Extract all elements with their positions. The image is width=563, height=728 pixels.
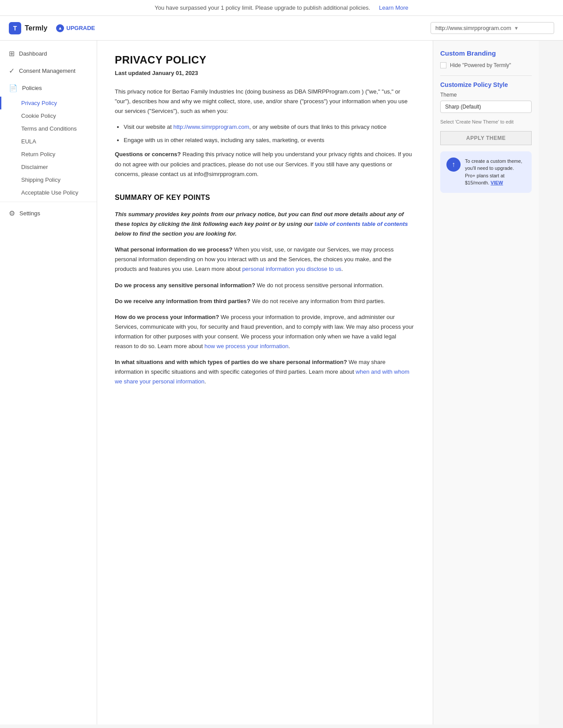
policy-body: This privacy notice for Bertao Family In…	[115, 87, 415, 387]
customize-title: Customize Policy Style	[440, 81, 532, 88]
chevron-down-icon: ▾	[515, 25, 549, 31]
sidebar-dashboard-label: Dashboard	[19, 50, 47, 57]
upgrade-card-link[interactable]: VIEW	[491, 180, 503, 185]
sidebar-item-dashboard[interactable]: ⊞ Dashboard	[0, 45, 97, 62]
sidebar-item-acceptable-use[interactable]: Acceptable Use Policy	[0, 186, 97, 199]
banner-message: You have surpassed your 1 policy limit. …	[155, 4, 370, 11]
sidebar-item-settings[interactable]: ⚙ Settings	[0, 205, 97, 222]
learn-more-link[interactable]: Learn More	[379, 4, 408, 11]
sidebar: ⊞ Dashboard ✓ Consent Management 📄 Polic…	[0, 41, 97, 724]
bullet-2: Engage with us in other related ways, in…	[124, 135, 415, 145]
sensitive-bold: Do we process any sensitive personal inf…	[115, 282, 255, 289]
summary-italic-text: This summary provides key points from ou…	[115, 211, 408, 237]
questions-bold: Questions or concerns?	[115, 151, 181, 158]
summary-italic-paragraph: This summary provides key points from ou…	[115, 210, 415, 239]
dashboard-icon: ⊞	[9, 49, 15, 58]
bullet-1: Visit our website at http://www.simrppro…	[124, 122, 415, 132]
consent-icon: ✓	[9, 67, 15, 75]
sensitive-text: We do not process sensitive personal inf…	[257, 282, 384, 289]
theme-hint: Select 'Create New Theme' to edit	[440, 118, 532, 126]
situations-bold: In what situations and with which types …	[115, 359, 347, 365]
how-process-paragraph: How do we process your information? We p…	[115, 312, 415, 351]
url-dropdown[interactable]: http://www.simrpprogram.com ▾	[431, 22, 554, 34]
how-process-link[interactable]: how we process your information	[204, 343, 288, 349]
sidebar-divider	[0, 202, 97, 202]
policy-bullets: Visit our website at http://www.simrppro…	[124, 122, 415, 145]
sensitive-paragraph: Do we process any sensitive personal inf…	[115, 281, 415, 290]
questions-paragraph: Questions or concerns? Reading this priv…	[115, 150, 415, 179]
header: T Termly ▲ UPGRADE http://www.simrpprogr…	[0, 16, 563, 41]
upgrade-card-icon: ↑	[446, 158, 461, 172]
theme-select[interactable]: Sharp (Default)	[440, 101, 532, 113]
upgrade-icon: ▲	[56, 24, 64, 32]
settings-icon: ⚙	[9, 209, 15, 218]
upgrade-label: UPGRADE	[66, 25, 95, 31]
intro-paragraph: This privacy notice for Bertao Family In…	[115, 87, 415, 116]
what-personal-paragraph: What personal information do we process?…	[115, 245, 415, 274]
upgrade-arrow-icon: ↑	[452, 161, 455, 169]
upgrade-card: ↑ To create a custom theme, you'll need …	[440, 151, 532, 193]
sidebar-item-terms[interactable]: Terms and Conditions	[0, 122, 97, 135]
policy-title: PRIVACY POLICY	[115, 54, 415, 66]
panel-divider	[440, 75, 532, 76]
third-parties-paragraph: Do we receive any information from third…	[115, 296, 415, 306]
logo-initial: T	[13, 25, 17, 32]
sidebar-item-privacy-policy[interactable]: Privacy Policy	[0, 97, 97, 109]
url-value: http://www.simrpprogram.com	[435, 25, 511, 31]
policies-icon: 📄	[9, 84, 18, 92]
hide-powered-row: Hide "Powered by Termly"	[440, 62, 532, 68]
sidebar-item-cookie-policy[interactable]: Cookie Policy	[0, 109, 97, 122]
sidebar-item-disclaimer[interactable]: Disclaimer	[0, 161, 97, 173]
sidebar-settings-label: Settings	[19, 210, 40, 217]
website-link[interactable]: http://www.simrpprogram.com	[173, 124, 249, 130]
custom-branding-title: Custom Branding	[440, 49, 532, 57]
upgrade-card-text: To create a custom theme, you'll need to…	[465, 158, 525, 187]
policy-editor: PRIVACY POLICY Last updated January 01, …	[97, 41, 433, 724]
third-parties-text: We do not receive any information from t…	[252, 298, 385, 304]
hide-powered-label: Hide "Powered by Termly"	[450, 62, 511, 68]
upgrade-button[interactable]: ▲ UPGRADE	[56, 24, 95, 32]
sidebar-policies-label: Policies	[22, 85, 42, 91]
logo-area: T Termly	[9, 22, 47, 34]
third-parties-bold: Do we receive any information from third…	[115, 298, 250, 304]
how-process-bold: How do we process your information?	[115, 314, 219, 320]
sidebar-item-shipping[interactable]: Shipping Policy	[0, 173, 97, 186]
sidebar-item-eula[interactable]: EULA	[0, 135, 97, 148]
logo-icon: T	[9, 22, 21, 34]
sidebar-item-consent[interactable]: ✓ Consent Management	[0, 62, 97, 79]
intro-text: This privacy notice for Bertao Family In…	[115, 88, 408, 114]
theme-label: Theme	[440, 92, 532, 98]
logo-text: Termly	[25, 24, 47, 32]
what-personal-bold: What personal information do we process?	[115, 246, 233, 253]
theme-value: Sharp (Default)	[445, 104, 481, 110]
hide-powered-checkbox[interactable]	[440, 62, 446, 68]
policy-sub-items: Privacy Policy Cookie Policy Terms and C…	[0, 97, 97, 199]
situations-paragraph: In what situations and with which types …	[115, 357, 415, 387]
sidebar-consent-label: Consent Management	[19, 68, 76, 74]
top-banner: You have surpassed your 1 policy limit. …	[0, 0, 563, 16]
toc-anchor[interactable]: table of contents	[362, 221, 408, 227]
apply-theme-button[interactable]: APPLY THEME	[440, 131, 532, 145]
personal-info-link[interactable]: personal information you disclose to us	[242, 266, 341, 272]
toc-link[interactable]: table of contents	[314, 221, 360, 227]
summary-heading: SUMMARY OF KEY POINTS	[115, 191, 415, 203]
toc-link-text: table of contents	[360, 221, 408, 227]
sidebar-item-policies[interactable]: 📄 Policies	[0, 79, 97, 97]
sidebar-item-return-policy[interactable]: Return Policy	[0, 148, 97, 161]
main-layout: ⊞ Dashboard ✓ Consent Management 📄 Polic…	[0, 41, 563, 724]
right-panel: Custom Branding Hide "Powered by Termly"…	[433, 41, 539, 724]
policy-updated: Last updated January 01, 2023	[115, 70, 415, 76]
content-area: PRIVACY POLICY Last updated January 01, …	[97, 41, 563, 724]
